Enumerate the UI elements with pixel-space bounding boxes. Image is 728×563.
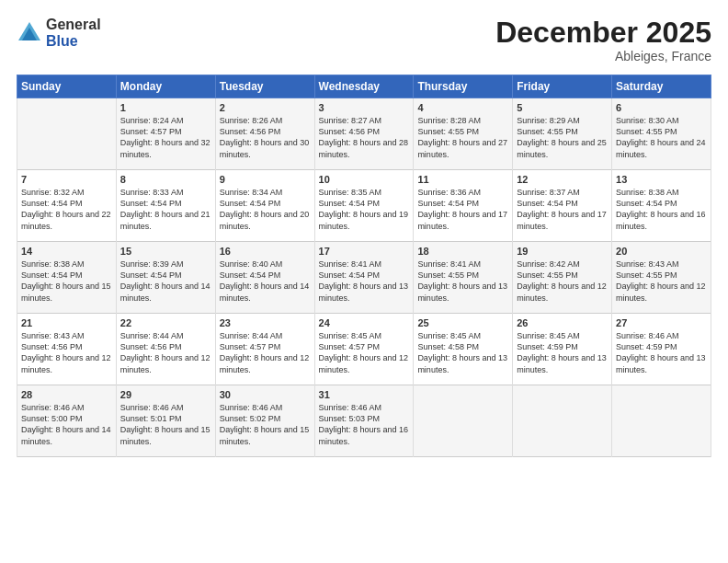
cell-info: Sunrise: 8:35 AMSunset: 4:54 PMDaylight:…: [319, 187, 410, 232]
day-cell: 26Sunrise: 8:45 AMSunset: 4:59 PMDayligh…: [513, 314, 612, 385]
day-number: 12: [517, 174, 608, 185]
day-cell: 21Sunrise: 8:43 AMSunset: 4:56 PMDayligh…: [17, 314, 117, 385]
day-cell: [513, 385, 612, 457]
day-number: 9: [220, 174, 311, 185]
cell-info: Sunrise: 8:41 AMSunset: 4:55 PMDaylight:…: [417, 259, 508, 304]
day-number: 13: [616, 174, 707, 185]
day-number: 16: [220, 246, 311, 257]
header-cell-friday: Friday: [513, 75, 612, 98]
cell-info: Sunrise: 8:29 AMSunset: 4:55 PMDaylight:…: [517, 115, 608, 160]
day-number: 4: [417, 102, 508, 113]
cell-info: Sunrise: 8:46 AMSunset: 5:01 PMDaylight:…: [120, 402, 211, 447]
cell-info: Sunrise: 8:27 AMSunset: 4:56 PMDaylight:…: [319, 115, 410, 160]
day-number: 1: [120, 102, 211, 113]
cell-info: Sunrise: 8:34 AMSunset: 4:54 PMDaylight:…: [220, 187, 311, 232]
header-cell-monday: Monday: [116, 75, 215, 98]
day-cell: 13Sunrise: 8:38 AMSunset: 4:54 PMDayligh…: [612, 170, 711, 242]
cell-info: Sunrise: 8:43 AMSunset: 4:55 PMDaylight:…: [616, 259, 707, 304]
day-number: 24: [319, 317, 410, 328]
day-cell: 31Sunrise: 8:46 AMSunset: 5:03 PMDayligh…: [314, 385, 414, 457]
day-number: 17: [319, 246, 410, 257]
header-cell-wednesday: Wednesday: [314, 75, 414, 98]
week-row-5: 28Sunrise: 8:46 AMSunset: 5:00 PMDayligh…: [17, 385, 711, 457]
cell-info: Sunrise: 8:36 AMSunset: 4:54 PMDaylight:…: [417, 187, 508, 232]
day-cell: 19Sunrise: 8:42 AMSunset: 4:55 PMDayligh…: [513, 242, 612, 314]
day-number: 10: [319, 174, 410, 185]
day-cell: 20Sunrise: 8:43 AMSunset: 4:55 PMDayligh…: [612, 242, 711, 314]
location: Ableiges, France: [495, 49, 711, 63]
day-number: 31: [319, 389, 410, 400]
day-cell: 24Sunrise: 8:45 AMSunset: 4:57 PMDayligh…: [314, 314, 414, 385]
header-cell-saturday: Saturday: [612, 75, 711, 98]
day-number: 14: [21, 246, 112, 257]
page: General Blue December 2025 Ableiges, Fra…: [0, 0, 728, 563]
day-number: 18: [417, 246, 508, 257]
day-cell: 10Sunrise: 8:35 AMSunset: 4:54 PMDayligh…: [314, 170, 414, 242]
day-number: 15: [120, 246, 211, 257]
week-row-4: 21Sunrise: 8:43 AMSunset: 4:56 PMDayligh…: [17, 314, 711, 385]
cell-info: Sunrise: 8:32 AMSunset: 4:54 PMDaylight:…: [21, 187, 112, 232]
day-cell: 5Sunrise: 8:29 AMSunset: 4:55 PMDaylight…: [513, 98, 612, 170]
logo-general: General: [46, 17, 101, 33]
day-cell: 22Sunrise: 8:44 AMSunset: 4:56 PMDayligh…: [116, 314, 215, 385]
day-cell: 25Sunrise: 8:45 AMSunset: 4:58 PMDayligh…: [414, 314, 513, 385]
day-cell: [17, 98, 117, 170]
day-cell: 8Sunrise: 8:33 AMSunset: 4:54 PMDaylight…: [116, 170, 215, 242]
header: General Blue December 2025 Ableiges, Fra…: [17, 17, 711, 63]
cell-info: Sunrise: 8:28 AMSunset: 4:55 PMDaylight:…: [417, 115, 508, 160]
cell-info: Sunrise: 8:30 AMSunset: 4:55 PMDaylight:…: [616, 115, 707, 160]
week-row-2: 7Sunrise: 8:32 AMSunset: 4:54 PMDaylight…: [17, 170, 711, 242]
day-cell: [612, 385, 711, 457]
day-cell: 1Sunrise: 8:24 AMSunset: 4:57 PMDaylight…: [116, 98, 215, 170]
logo-text: General Blue: [46, 17, 101, 49]
cell-info: Sunrise: 8:46 AMSunset: 4:59 PMDaylight:…: [616, 330, 707, 375]
cell-info: Sunrise: 8:37 AMSunset: 4:54 PMDaylight:…: [517, 187, 608, 232]
cell-info: Sunrise: 8:42 AMSunset: 4:55 PMDaylight:…: [517, 259, 608, 304]
cell-info: Sunrise: 8:45 AMSunset: 4:58 PMDaylight:…: [417, 330, 508, 375]
day-number: 22: [120, 317, 211, 328]
cell-info: Sunrise: 8:45 AMSunset: 4:59 PMDaylight:…: [517, 330, 608, 375]
header-cell-sunday: Sunday: [17, 75, 117, 98]
day-cell: 9Sunrise: 8:34 AMSunset: 4:54 PMDaylight…: [215, 170, 314, 242]
day-number: 21: [21, 317, 112, 328]
day-cell: 6Sunrise: 8:30 AMSunset: 4:55 PMDaylight…: [612, 98, 711, 170]
day-number: 20: [616, 246, 707, 257]
day-cell: 2Sunrise: 8:26 AMSunset: 4:56 PMDaylight…: [215, 98, 314, 170]
cell-info: Sunrise: 8:39 AMSunset: 4:54 PMDaylight:…: [120, 259, 211, 304]
day-cell: 7Sunrise: 8:32 AMSunset: 4:54 PMDaylight…: [17, 170, 117, 242]
cell-info: Sunrise: 8:38 AMSunset: 4:54 PMDaylight:…: [616, 187, 707, 232]
cell-info: Sunrise: 8:26 AMSunset: 4:56 PMDaylight:…: [220, 115, 311, 160]
title-block: December 2025 Ableiges, France: [495, 17, 711, 63]
day-number: 8: [120, 174, 211, 185]
logo-blue: Blue: [46, 33, 101, 50]
day-number: 28: [21, 389, 112, 400]
cell-info: Sunrise: 8:41 AMSunset: 4:54 PMDaylight:…: [319, 259, 410, 304]
calendar-table: SundayMondayTuesdayWednesdayThursdayFrid…: [17, 75, 711, 457]
day-number: 29: [120, 389, 211, 400]
day-number: 2: [220, 102, 311, 113]
day-cell: 23Sunrise: 8:44 AMSunset: 4:57 PMDayligh…: [215, 314, 314, 385]
cell-info: Sunrise: 8:46 AMSunset: 5:02 PMDaylight:…: [220, 402, 311, 447]
day-cell: 3Sunrise: 8:27 AMSunset: 4:56 PMDaylight…: [314, 98, 414, 170]
day-cell: 14Sunrise: 8:38 AMSunset: 4:54 PMDayligh…: [17, 242, 117, 314]
day-cell: [414, 385, 513, 457]
day-cell: 4Sunrise: 8:28 AMSunset: 4:55 PMDaylight…: [414, 98, 513, 170]
week-row-3: 14Sunrise: 8:38 AMSunset: 4:54 PMDayligh…: [17, 242, 711, 314]
day-number: 7: [21, 174, 112, 185]
day-cell: 17Sunrise: 8:41 AMSunset: 4:54 PMDayligh…: [314, 242, 414, 314]
day-cell: 12Sunrise: 8:37 AMSunset: 4:54 PMDayligh…: [513, 170, 612, 242]
day-cell: 15Sunrise: 8:39 AMSunset: 4:54 PMDayligh…: [116, 242, 215, 314]
cell-info: Sunrise: 8:43 AMSunset: 4:56 PMDaylight:…: [21, 330, 112, 375]
day-number: 5: [517, 102, 608, 113]
cell-info: Sunrise: 8:24 AMSunset: 4:57 PMDaylight:…: [120, 115, 211, 160]
day-cell: 11Sunrise: 8:36 AMSunset: 4:54 PMDayligh…: [414, 170, 513, 242]
day-number: 27: [616, 317, 707, 328]
header-row: SundayMondayTuesdayWednesdayThursdayFrid…: [17, 75, 711, 98]
cell-info: Sunrise: 8:33 AMSunset: 4:54 PMDaylight:…: [120, 187, 211, 232]
day-number: 30: [220, 389, 311, 400]
cell-info: Sunrise: 8:46 AMSunset: 5:00 PMDaylight:…: [21, 402, 112, 447]
cell-info: Sunrise: 8:40 AMSunset: 4:54 PMDaylight:…: [220, 259, 311, 304]
day-cell: 29Sunrise: 8:46 AMSunset: 5:01 PMDayligh…: [116, 385, 215, 457]
day-cell: 18Sunrise: 8:41 AMSunset: 4:55 PMDayligh…: [414, 242, 513, 314]
day-number: 26: [517, 317, 608, 328]
